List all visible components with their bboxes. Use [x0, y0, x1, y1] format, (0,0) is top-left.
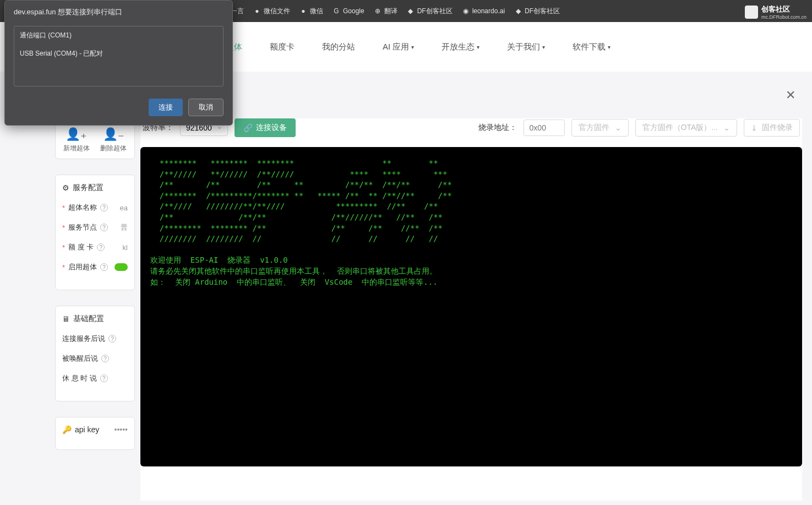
robot-icon [745, 6, 758, 19]
port-item[interactable]: USB Serial (COM4) - 已配对 [14, 45, 223, 63]
nav-label: 关于我们 [507, 42, 540, 52]
nav-item-about[interactable]: 关于我们▾ [507, 42, 545, 52]
bookmark-icon: ◆ [514, 7, 522, 15]
nav-item-ecosystem[interactable]: 开放生态▾ [442, 42, 479, 52]
bookmark-label: DF创客社区 [417, 7, 453, 16]
sidebar-section-basic: 🖥 基础配置 连接服务后说 ? 被唤醒后说 ? 休 息 时 说 ? [55, 306, 135, 401]
section-header: 🖥 基础配置 [62, 314, 128, 324]
dialog-title: dev.espai.fun 想要连接到串行端口 [5, 1, 232, 21]
row-label: 超体名称 [68, 203, 97, 213]
help-icon[interactable]: ? [100, 263, 108, 271]
dialog-connect-button[interactable]: 连接 [149, 99, 183, 116]
link-icon: 🔗 [243, 123, 253, 132]
firmware-label: 官方固件 [579, 123, 609, 133]
chevron-down-icon: ▾ [411, 44, 414, 50]
user-minus-icon: 👤₋ [97, 127, 130, 142]
row-label: 连接服务后说 [62, 334, 105, 344]
sidebar-section-apikey: 🔑 api key ••••• [55, 417, 135, 450]
bookmark-icon: ● [253, 7, 261, 15]
bookmark-item[interactable]: ◉leonardo.ai [461, 7, 505, 15]
sidebar-row: 被唤醒后说 ? [62, 354, 128, 363]
connect-label: 连接设备 [256, 123, 287, 133]
row-label: 额 度 卡 [68, 242, 94, 252]
flash-label: 固件烧录 [762, 123, 793, 133]
help-icon[interactable]: ? [100, 224, 108, 231]
enable-toggle[interactable] [115, 263, 128, 271]
bookmark-icon: ◉ [461, 7, 470, 15]
help-icon[interactable]: ? [97, 243, 105, 251]
serial-terminal[interactable]: ******** ******** ******** ** ** /**////… [140, 147, 802, 466]
section-header: ⚙ 服务配置 [62, 183, 128, 193]
corner-sub: mc.DFRobot.com.cn [761, 14, 806, 20]
bookmark-item[interactable]: ◆DF创客社区 [514, 7, 560, 16]
nav-item-aiapp[interactable]: AI 应用▾ [383, 42, 414, 52]
bookmark-label: DF创客社区 [525, 7, 560, 16]
port-list: 通信端口 (COM1) USB Serial (COM4) - 已配对 [14, 26, 224, 86]
help-icon[interactable]: ? [100, 204, 108, 211]
flash-firmware-button[interactable]: ⤓ 固件烧录 [744, 119, 800, 137]
help-icon[interactable]: ? [101, 355, 109, 362]
bookmark-label: 翻译 [384, 7, 397, 16]
nav-label: 软件下载 [573, 42, 606, 52]
bookmark-label: Google [343, 7, 364, 15]
firmware-select-ota[interactable]: 官方固件（OTA版）... [635, 119, 737, 137]
apikey-masked: ••••• [114, 425, 128, 434]
action-label: 删除超体 [100, 144, 127, 152]
section-title: api key [75, 425, 99, 434]
row-value: kl [123, 243, 128, 252]
download-icon: ⤓ [751, 123, 757, 132]
bookmark-label: 微信 [310, 7, 323, 16]
bookmark-icon: ⊕ [373, 7, 382, 15]
connect-device-button[interactable]: 🔗 连接设备 [235, 118, 296, 137]
remove-superbody-button[interactable]: 👤₋ 删除超体 [97, 127, 130, 153]
bookmark-icon: ● [299, 7, 308, 15]
row-label: 休 息 时 说 [62, 373, 97, 383]
add-superbody-button[interactable]: 👤₊ 新增超体 [60, 127, 93, 153]
sidebar-row: *服务节点 ? 普 [62, 222, 128, 232]
flasher-toolbar: 波特率： 921600 🔗 连接设备 烧录地址： 官方固件 官方固件（OTA版）… [140, 118, 802, 137]
bookmark-label: 微信文件 [264, 7, 290, 16]
user-plus-icon: 👤₊ [60, 127, 93, 142]
bookmark-label: leonardo.ai [472, 7, 505, 15]
bookmark-item[interactable]: ●微信 [299, 7, 323, 16]
row-value: ea [120, 204, 128, 212]
section-header: 🔑 api key ••••• [62, 425, 128, 434]
corner-text: 创客社区 [761, 4, 806, 14]
flasher-panel: 波特率： 921600 🔗 连接设备 烧录地址： 官方固件 官方固件（OTA版）… [140, 118, 802, 501]
addr-label: 烧录地址： [478, 123, 517, 133]
section-title: 基础配置 [73, 314, 104, 324]
nav-label: 额度卡 [270, 42, 295, 52]
bookmark-item[interactable]: ●微信文件 [253, 7, 290, 16]
close-icon[interactable]: ✕ [786, 88, 795, 102]
nav-item-download[interactable]: 软件下载▾ [573, 42, 611, 52]
bookmark-item[interactable]: ⊕翻译 [373, 7, 397, 16]
sidebar-row: *启用超体 ? [62, 262, 128, 272]
dialog-cancel-button[interactable]: 取消 [188, 99, 224, 116]
section-title: 服务配置 [73, 183, 103, 193]
key-icon: 🔑 [62, 425, 72, 434]
row-label: 启用超体 [68, 262, 97, 272]
chevron-down-icon: ▾ [542, 44, 545, 50]
row-label: 服务节点 [68, 222, 97, 232]
nav-item-mysite[interactable]: 我的分站 [322, 42, 355, 52]
site-logo-corner: 创客社区 mc.DFRobot.com.cn [745, 4, 806, 20]
help-icon[interactable]: ? [100, 374, 108, 382]
nav-label: 开放生态 [442, 42, 475, 52]
port-item[interactable]: 通信端口 (COM1) [14, 26, 223, 45]
bookmark-icon: G [332, 7, 341, 15]
bookmark-item[interactable]: GGoogle [332, 7, 364, 15]
dialog-actions: 连接 取消 [5, 93, 232, 125]
nav-label: AI 应用 [383, 42, 409, 52]
monitor-icon: 🖥 [62, 314, 70, 323]
left-sidebar: 👤₊ 新增超体 👤₋ 删除超体 ⚙ 服务配置 *超体名称 ? ea *服务节点 … [55, 121, 135, 465]
flash-address-input[interactable] [524, 120, 565, 136]
chevron-down-icon: ▾ [477, 44, 479, 50]
nav-item-quota[interactable]: 额度卡 [270, 42, 295, 52]
row-value: 普 [121, 222, 128, 232]
server-icon: ⚙ [62, 183, 69, 192]
sidebar-row: 连接服务后说 ? [62, 334, 128, 344]
bookmark-item[interactable]: ◆DF创客社区 [406, 7, 453, 16]
firmware-ota-label: 官方固件（OTA版）... [642, 123, 718, 133]
help-icon[interactable]: ? [108, 335, 116, 343]
firmware-select-official[interactable]: 官方固件 [571, 119, 629, 137]
